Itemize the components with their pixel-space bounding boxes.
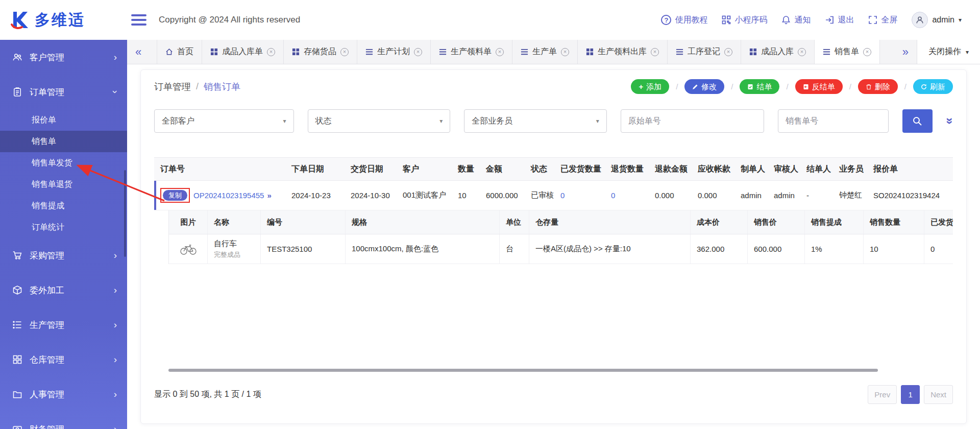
customer-filter-value: 全部客户 <box>162 116 194 127</box>
close-operations-menu[interactable]: 关闭操作 ▾ <box>917 40 980 64</box>
sidebar-item-finance-mgmt[interactable]: 财务管理 › <box>0 412 127 429</box>
copyright-text: Copyright @ 2024 All rights reserved <box>159 15 300 25</box>
sidebar-item-purchase-mgmt[interactable]: 采购管理 › <box>0 238 127 273</box>
sidebar-subitem-order-statistics[interactable]: 订单统计 <box>0 217 127 238</box>
reverse-close-button[interactable]: 反结单 <box>795 79 843 94</box>
topbar-actions: ? 使用教程 小程序码 通知 退出 全屏 <box>661 12 980 28</box>
cell-salesman: 钟楚红 <box>833 181 867 210</box>
user-menu[interactable]: admin ▾ <box>912 12 962 28</box>
column-header: 单位 <box>500 210 529 234</box>
status-filter-select[interactable]: 状态 ▾ <box>308 109 451 133</box>
document-undo-icon <box>803 84 809 90</box>
sidebar-item-label: 订单管理 <box>30 86 107 98</box>
return-qty-link[interactable]: 0 <box>611 191 615 200</box>
fullscreen-link[interactable]: 全屏 <box>868 15 897 26</box>
sidebar-item-customer-mgmt[interactable]: 客户管理 › <box>0 40 127 75</box>
filter-bar: 全部客户 ▾ 状态 ▾ 全部业务员 ▾ <box>154 109 953 133</box>
sidebar-subitem-sales-return[interactable]: 销售单退货 <box>0 174 127 195</box>
sidebar: 客户管理 › 订单管理 › 报价单 销售单 销售单发货 销售单退货 销售提成 订… <box>0 40 127 429</box>
sidebar-item-order-mgmt[interactable]: 订单管理 › <box>0 75 127 109</box>
close-icon[interactable]: × <box>561 48 569 56</box>
cell-product-name: 自行车 完整成品 <box>208 234 261 264</box>
close-icon[interactable]: × <box>414 48 422 56</box>
tab-finished-goods-inbound-order[interactable]: 成品入库单 × <box>202 40 284 64</box>
copy-button[interactable]: 复制 <box>163 190 187 201</box>
close-icon[interactable]: × <box>651 48 659 56</box>
sidebar-toggle-button[interactable] <box>131 14 146 26</box>
close-order-button[interactable]: 结单 <box>740 79 779 94</box>
horizontal-scrollbar[interactable] <box>168 369 878 372</box>
tab-process-registration[interactable]: 工序登记 × <box>668 40 741 64</box>
close-icon[interactable]: × <box>863 48 871 56</box>
sidebar-subitem-quotation[interactable]: 报价单 <box>0 109 127 131</box>
reverse-close-label: 反结单 <box>812 83 835 90</box>
sidebar-item-warehouse-mgmt[interactable]: 仓库管理 › <box>0 342 127 377</box>
grid-icon <box>210 48 218 56</box>
tab-home[interactable]: 首页 <box>157 40 202 64</box>
sidebar-item-label: 仓库管理 <box>30 354 107 366</box>
refresh-button[interactable]: 刷新 <box>913 79 953 94</box>
chevron-right-icon: › <box>114 319 117 330</box>
sales-order-no-input[interactable] <box>778 109 889 133</box>
cell-amount: 6000.000 <box>480 181 525 210</box>
status-filter-value: 状态 <box>315 116 332 127</box>
tab-production-plan[interactable]: 生产计划 × <box>357 40 431 64</box>
close-icon[interactable]: × <box>340 48 349 56</box>
help-link[interactable]: ? 使用教程 <box>661 15 707 26</box>
expand-filters-chevron-icon[interactable]: » <box>942 117 957 124</box>
tab-finished-goods-inbound[interactable]: 成品入库 × <box>741 40 815 64</box>
tabs-scroll-right-button[interactable]: » <box>894 40 917 64</box>
logo-text: 多维适 <box>35 10 85 31</box>
logout-link[interactable]: 退出 <box>825 15 854 26</box>
notifications-link[interactable]: 通知 <box>781 15 811 26</box>
order-no-link[interactable]: OP20241023195455 <box>193 191 264 200</box>
close-icon[interactable]: × <box>267 48 275 56</box>
order-mgmt-submenu: 报价单 销售单 销售单发货 销售单退货 销售提成 订单统计 <box>0 109 127 238</box>
cell-stock: 一楼A区(成品仓) >> 存量:10 <box>529 234 691 264</box>
order-row[interactable]: 复制 OP20241023195455 » 2024-10-23 2024-10… <box>154 181 953 210</box>
pencil-icon <box>692 84 698 90</box>
close-icon[interactable]: × <box>724 48 732 56</box>
tab-production-picking-order[interactable]: 生产领料单 × <box>431 40 512 64</box>
question-icon: ? <box>661 15 671 25</box>
search-button[interactable] <box>902 109 932 133</box>
edit-button[interactable]: 修改 <box>684 79 724 94</box>
column-header: 报价单 <box>867 158 953 180</box>
sidebar-scrollbar[interactable] <box>124 170 126 257</box>
salesman-filter-select[interactable]: 全部业务员 ▾ <box>464 109 607 133</box>
breadcrumb-separator: / <box>196 81 199 92</box>
tab-stored-goods[interactable]: 存储货品 × <box>284 40 357 64</box>
chevron-right-icon: › <box>114 52 117 63</box>
prev-page-button[interactable]: Prev <box>868 385 897 404</box>
tab-production-picking-outbound[interactable]: 生产领料出库 × <box>578 40 668 64</box>
toolbar-separator: / <box>904 82 906 91</box>
column-header: 状态 <box>525 158 554 180</box>
close-icon[interactable]: × <box>798 48 806 56</box>
page-1-button[interactable]: 1 <box>901 385 920 404</box>
add-button[interactable]: + 添加 <box>631 79 669 94</box>
sidebar-subitem-sales-commission[interactable]: 销售提成 <box>0 195 127 217</box>
chevron-right-icon: › <box>114 284 117 296</box>
sidebar-subitem-sales-order[interactable]: 销售单 <box>0 131 127 152</box>
original-order-no-input[interactable] <box>621 109 765 133</box>
miniprogram-link[interactable]: 小程序码 <box>722 15 767 26</box>
tab-production-order[interactable]: 生产单 × <box>512 40 578 64</box>
next-page-button[interactable]: Next <box>924 385 953 404</box>
close-icon[interactable]: × <box>496 48 504 56</box>
cell-product-image <box>169 234 208 264</box>
cell-qty: 10 <box>452 181 480 210</box>
customer-filter-select[interactable]: 全部客户 ▾ <box>154 109 294 133</box>
sidebar-subitem-sales-delivery[interactable]: 销售单发货 <box>0 152 127 174</box>
folder-icon <box>12 389 22 399</box>
shipped-qty-link[interactable]: 0 <box>560 191 565 200</box>
column-header: 客户 <box>397 158 452 180</box>
sidebar-item-outsourcing[interactable]: 委外加工 › <box>0 273 127 307</box>
cell-quotation: SO2024102319424 <box>867 181 953 210</box>
delete-button[interactable]: 删除 <box>858 79 898 94</box>
sidebar-item-hr-mgmt[interactable]: 人事管理 › <box>0 377 127 412</box>
sidebar-item-production-mgmt[interactable]: 生产管理 › <box>0 307 127 342</box>
tabs-scroll-left-button[interactable]: « <box>127 40 150 64</box>
tab-sales-order[interactable]: 销售单 × <box>815 40 880 64</box>
breadcrumb-parent[interactable]: 订单管理 <box>154 81 191 93</box>
row-expander-icon[interactable]: » <box>267 191 271 200</box>
